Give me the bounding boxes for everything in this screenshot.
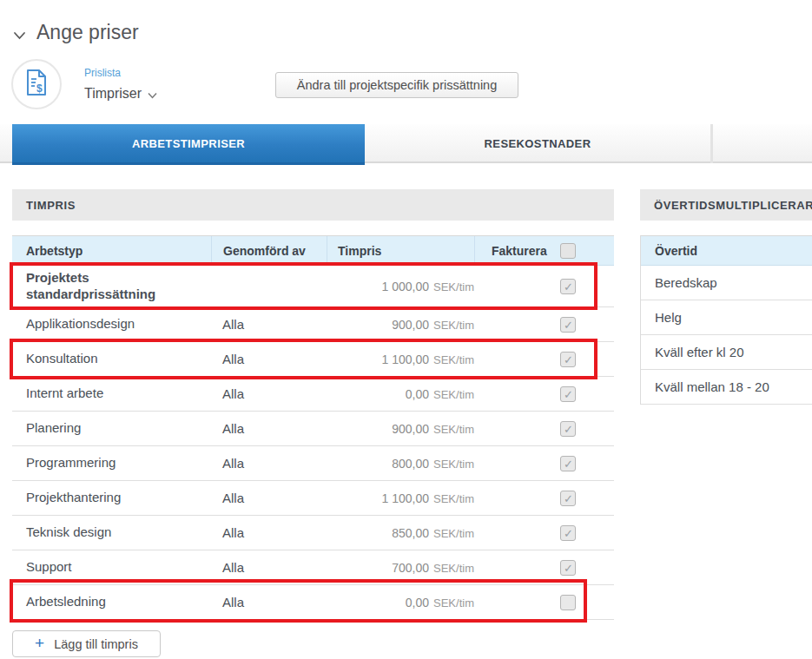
price-unit: SEK/tim xyxy=(433,280,474,293)
billable-checkbox[interactable] xyxy=(560,421,576,437)
worktype-cell[interactable]: Planering xyxy=(12,420,211,437)
pricelist-dropdown[interactable]: Timpriser xyxy=(84,84,157,102)
change-pricing-button[interactable]: Ändra till projektspecifik prissättning xyxy=(275,72,518,98)
add-rate-button[interactable]: + Lägg till timpris xyxy=(12,630,161,657)
worktype-cell[interactable]: Programmering xyxy=(12,455,211,471)
tab-resekostnader[interactable]: RESEKOSTNADER xyxy=(365,124,710,163)
billable-cell xyxy=(474,421,614,437)
billable-cell xyxy=(474,491,614,506)
section-header-timpris: TIMPRIS xyxy=(12,189,614,221)
rate-table-header: Arbetstyp Genomförd av Timpris Fakturera xyxy=(12,235,614,266)
billable-checkbox[interactable] xyxy=(560,560,576,576)
table-row[interactable]: Konsultation Alla 1 100,00SEK/tim xyxy=(12,342,614,377)
price-unit: SEK/tim xyxy=(433,492,474,505)
billable-checkbox[interactable] xyxy=(560,595,576,610)
column-header-genomford-av: Genomförd av xyxy=(211,236,327,265)
table-row[interactable]: Projektets standardprissättning 1 000,00… xyxy=(12,266,614,307)
price-value: 0,00 xyxy=(337,596,429,610)
set-prices-page: Ange priser $ Prislista Timpriser Ändra … xyxy=(0,0,812,659)
overtime-row[interactable]: Kväll mellan 18 - 20 xyxy=(641,370,812,405)
price-value: 900,00 xyxy=(337,318,429,332)
price-unit: SEK/tim xyxy=(433,527,474,540)
tab-bar: RESEKOSTNADER ARBETSTIMPRISER xyxy=(0,124,812,163)
column-header-timpris: Timpris xyxy=(327,236,474,265)
worktype-cell[interactable]: Projekthantering xyxy=(12,490,211,506)
worktype-cell[interactable]: Arbetsledning xyxy=(12,594,211,610)
performedby-cell[interactable]: Alla xyxy=(211,525,327,540)
table-row[interactable]: Arbetsledning Alla 0,00SEK/tim xyxy=(12,585,614,620)
add-rate-button-label: Lägg till timpris xyxy=(54,637,138,651)
billable-cell xyxy=(474,386,614,402)
table-row[interactable]: Projekthantering Alla 1 100,00SEK/tim xyxy=(12,481,614,516)
price-cell[interactable]: 1 100,00SEK/tim xyxy=(327,353,474,366)
svg-text:$: $ xyxy=(36,82,43,95)
tab-hidden-partial[interactable] xyxy=(713,124,812,163)
price-cell[interactable]: 700,00SEK/tim xyxy=(327,561,474,575)
collapse-chevron-icon[interactable] xyxy=(13,28,26,43)
billable-cell xyxy=(474,317,614,333)
billable-checkbox[interactable] xyxy=(560,456,576,471)
table-row[interactable]: Support Alla 700,00SEK/tim xyxy=(12,550,614,585)
document-dollar-icon: $ xyxy=(25,69,48,100)
price-cell[interactable]: 900,00SEK/tim xyxy=(327,318,474,332)
chevron-down-icon xyxy=(148,87,157,102)
price-unit: SEK/tim xyxy=(433,319,474,332)
table-row[interactable]: Applikationsdesign Alla 900,00SEK/tim xyxy=(12,307,614,342)
tab-arbetstimpriser[interactable]: ARBETSTIMPRISER xyxy=(12,124,365,165)
table-row[interactable]: Programmering Alla 800,00SEK/tim xyxy=(12,446,614,481)
performedby-cell[interactable]: Alla xyxy=(211,352,327,366)
price-cell[interactable]: 1 000,00SEK/tim xyxy=(327,280,474,293)
price-value: 700,00 xyxy=(337,561,429,575)
overtime-row[interactable]: Kväll efter kl 20 xyxy=(641,335,812,370)
billable-checkbox[interactable] xyxy=(560,352,576,367)
worktype-cell[interactable]: Konsultation xyxy=(12,351,211,367)
overtime-row[interactable]: Beredskap xyxy=(641,266,812,300)
billable-cell xyxy=(474,456,614,471)
billable-checkbox[interactable] xyxy=(560,525,576,541)
price-value: 900,00 xyxy=(337,422,429,436)
pricelist-avatar: $ xyxy=(11,59,62,109)
billable-checkbox[interactable] xyxy=(560,279,576,294)
pricelist-value: Timpriser xyxy=(84,86,142,102)
table-row[interactable]: Internt arbete Alla 0,00SEK/tim xyxy=(12,377,614,412)
pricelist-label: Prislista xyxy=(84,67,121,79)
price-value: 1 000,00 xyxy=(337,280,429,293)
price-cell[interactable]: 800,00SEK/tim xyxy=(327,457,474,471)
select-all-checkbox[interactable] xyxy=(560,243,576,259)
price-cell[interactable]: 900,00SEK/tim xyxy=(327,422,474,436)
worktype-cell[interactable]: Support xyxy=(12,559,211,576)
performedby-cell[interactable]: Alla xyxy=(211,491,327,505)
worktype-cell[interactable]: Projektets standardprissättning xyxy=(12,270,211,303)
price-value: 850,00 xyxy=(337,526,429,540)
table-row[interactable]: Teknisk design Alla 850,00SEK/tim xyxy=(12,516,614,550)
price-value: 0,00 xyxy=(337,387,429,401)
price-cell[interactable]: 0,00SEK/tim xyxy=(327,596,474,610)
overtime-row[interactable]: Helg xyxy=(641,300,812,335)
billable-checkbox[interactable] xyxy=(560,386,576,402)
price-cell[interactable]: 1 100,00SEK/tim xyxy=(327,491,474,505)
overtime-table-header: Övertid xyxy=(641,235,812,266)
price-unit: SEK/tim xyxy=(433,562,474,575)
performedby-cell[interactable]: Alla xyxy=(211,317,327,332)
billable-checkbox[interactable] xyxy=(560,491,576,506)
billable-cell xyxy=(474,525,614,541)
plus-icon: + xyxy=(35,635,44,651)
worktype-cell[interactable]: Teknisk design xyxy=(12,524,211,541)
billable-cell xyxy=(474,595,614,610)
table-row[interactable]: Planering Alla 900,00SEK/tim xyxy=(12,412,614,446)
worktype-cell[interactable]: Applikationsdesign xyxy=(12,316,211,333)
performedby-cell[interactable]: Alla xyxy=(211,560,327,575)
price-unit: SEK/tim xyxy=(433,388,474,401)
price-cell[interactable]: 0,00SEK/tim xyxy=(327,387,474,401)
rate-table: Arbetstyp Genomförd av Timpris Fakturera… xyxy=(12,235,614,620)
overtime-table: Övertid Beredskap Helg Kväll efter kl 20… xyxy=(640,235,812,405)
worktype-cell[interactable]: Internt arbete xyxy=(12,386,211,402)
billable-checkbox[interactable] xyxy=(560,317,576,333)
section-header-overtime: ÖVERTIDSMULTIPLICERARE xyxy=(640,189,812,221)
performedby-cell[interactable]: Alla xyxy=(211,595,327,610)
performedby-cell[interactable]: Alla xyxy=(211,386,327,401)
price-cell[interactable]: 850,00SEK/tim xyxy=(327,526,474,540)
performedby-cell[interactable]: Alla xyxy=(211,421,327,436)
performedby-cell[interactable]: Alla xyxy=(211,456,327,471)
price-unit: SEK/tim xyxy=(433,353,474,366)
